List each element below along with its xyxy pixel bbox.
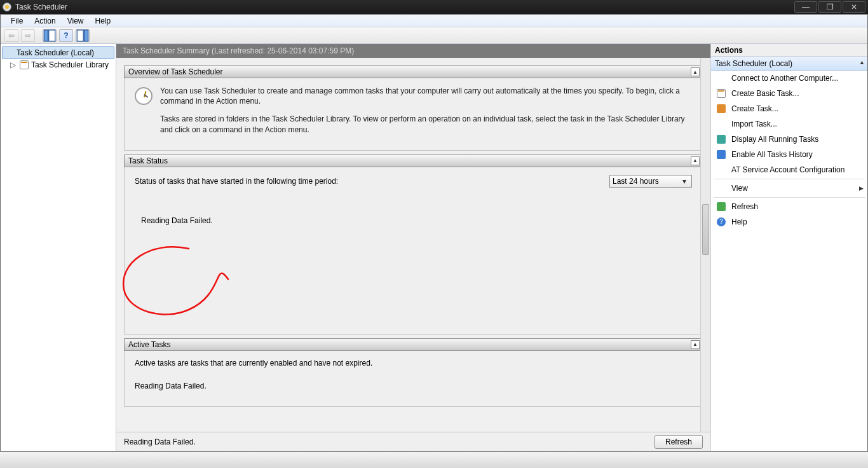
active-tasks-desc: Active tasks are tasks that are currentl… xyxy=(135,359,692,368)
tree-node-root[interactable]: Task Scheduler (Local) xyxy=(2,46,114,59)
collapse-icon[interactable]: ▲ xyxy=(691,67,700,76)
overview-p1: You can use Task Scheduler to create and… xyxy=(160,86,692,106)
action-label: View xyxy=(731,184,748,193)
svg-rect-1 xyxy=(49,30,55,41)
dropdown-value: Last 24 hours xyxy=(613,177,659,186)
view-icon xyxy=(716,183,726,193)
action-display-running[interactable]: Display All Running Tasks xyxy=(711,132,867,147)
action-create-basic-task[interactable]: Create Basic Task... xyxy=(711,86,867,101)
menu-help[interactable]: Help xyxy=(90,15,116,27)
action-view[interactable]: View ▶ xyxy=(711,181,867,196)
task-status-section: Task Status ▲ Status of tasks that have … xyxy=(124,155,703,334)
action-label: Refresh xyxy=(731,202,758,211)
app-icon xyxy=(3,3,11,11)
computer-icon xyxy=(716,73,726,83)
action-at-service-config[interactable]: AT Service Account Configuration xyxy=(711,162,867,177)
navigation-tree[interactable]: Task Scheduler (Local) ▷ Task Scheduler … xyxy=(1,44,116,451)
chevron-down-icon: ▾ xyxy=(680,177,689,186)
menu-view[interactable]: View xyxy=(62,15,89,27)
minimize-button[interactable]: — xyxy=(794,1,817,13)
action-import-task[interactable]: Import Task... xyxy=(711,116,867,132)
task-status-header[interactable]: Task Status ▲ xyxy=(124,155,703,167)
footer-status: Reading Data Failed. xyxy=(124,437,196,446)
back-button[interactable]: ⇦ xyxy=(4,29,18,42)
collapse-icon[interactable]: ▲ xyxy=(691,340,700,349)
action-label: AT Service Account Configuration xyxy=(731,165,844,174)
actions-group-header[interactable]: Task Scheduler (Local) ▲ xyxy=(711,57,867,71)
maximize-button[interactable]: ❐ xyxy=(818,1,841,13)
window-title: Task Scheduler xyxy=(15,3,793,11)
overview-p2: Tasks are stored in folders in the Task … xyxy=(160,114,692,134)
forward-button[interactable]: ⇨ xyxy=(21,29,35,42)
active-tasks-header[interactable]: Active Tasks ▲ xyxy=(124,338,703,351)
window-titlebar: Task Scheduler — ❐ ✕ xyxy=(0,0,868,14)
overview-body: You can use Task Scheduler to create and… xyxy=(124,78,703,151)
library-icon xyxy=(20,60,29,69)
svg-rect-3 xyxy=(85,30,88,41)
show-hide-tree-button[interactable] xyxy=(43,29,57,42)
task-status-body: Status of tasks that have started in the… xyxy=(124,167,703,334)
tree-library-label: Task Scheduler Library xyxy=(31,60,109,69)
svg-rect-0 xyxy=(44,30,48,41)
action-label: Enable All Tasks History xyxy=(731,150,813,159)
collapse-icon[interactable]: ▲ xyxy=(859,59,865,65)
basic-task-icon xyxy=(716,88,726,99)
menubar: File Action View Help xyxy=(1,15,867,27)
vertical-scrollbar[interactable] xyxy=(700,58,710,432)
status-result-area: Reading Data Failed. xyxy=(135,188,692,334)
scrollbar-thumb[interactable] xyxy=(702,204,709,255)
summary-header-text: Task Scheduler Summary (Last refreshed: … xyxy=(123,46,354,55)
active-tasks-error: Reading Data Failed. xyxy=(135,382,692,390)
active-tasks-title: Active Tasks xyxy=(128,340,170,349)
menu-action[interactable]: Action xyxy=(29,15,60,27)
action-create-task[interactable]: Create Task... xyxy=(711,101,867,116)
taskbar[interactable] xyxy=(0,451,868,468)
actions-pane-title: Actions xyxy=(711,44,867,57)
action-label: Create Basic Task... xyxy=(731,89,799,98)
close-button[interactable]: ✕ xyxy=(843,1,865,13)
active-tasks-body: Active tasks are tasks that are currentl… xyxy=(124,351,703,407)
overview-title: Overview of Task Scheduler xyxy=(128,67,223,76)
scheduler-icon xyxy=(5,48,14,57)
overview-header[interactable]: Overview of Task Scheduler ▲ xyxy=(124,65,703,78)
tree-node-library[interactable]: ▷ Task Scheduler Library xyxy=(2,59,114,71)
help-button[interactable]: ? xyxy=(59,29,73,42)
overview-text: You can use Task Scheduler to create and… xyxy=(160,86,692,142)
action-label: Help xyxy=(731,217,747,226)
action-connect-computer[interactable]: Connect to Another Computer... xyxy=(711,71,867,86)
expand-icon[interactable]: ▷ xyxy=(8,60,17,69)
config-icon xyxy=(716,165,726,175)
action-label: Display All Running Tasks xyxy=(731,135,818,144)
separator xyxy=(714,179,865,179)
center-body: Overview of Task Scheduler ▲ You can use… xyxy=(116,58,710,432)
action-help[interactable]: ? Help xyxy=(711,214,867,230)
running-icon xyxy=(716,134,726,144)
menu-file[interactable]: File xyxy=(6,15,28,27)
window-buttons: — ❐ ✕ xyxy=(793,1,865,13)
toolbar: ⇦ ⇨ ? xyxy=(1,27,867,44)
actions-group-label: Task Scheduler (Local) xyxy=(715,59,792,68)
action-label: Connect to Another Computer... xyxy=(731,74,838,83)
import-icon xyxy=(716,119,726,129)
action-refresh[interactable]: Refresh xyxy=(711,199,867,214)
overview-section: Overview of Task Scheduler ▲ You can use… xyxy=(124,65,703,151)
show-hide-action-pane-button[interactable] xyxy=(76,29,90,42)
chevron-right-icon: ▶ xyxy=(859,185,864,191)
action-label: Create Task... xyxy=(731,104,778,113)
tree-root-label: Task Scheduler (Local) xyxy=(17,48,94,57)
main-panes: Task Scheduler (Local) ▷ Task Scheduler … xyxy=(1,44,867,451)
help-icon: ? xyxy=(64,31,68,40)
status-error-message: Reading Data Failed. xyxy=(141,216,213,225)
task-status-title: Task Status xyxy=(128,156,168,165)
center-pane: Task Scheduler Summary (Last refreshed: … xyxy=(116,44,710,451)
summary-header: Task Scheduler Summary (Last refreshed: … xyxy=(116,44,710,58)
action-enable-history[interactable]: Enable All Tasks History xyxy=(711,147,867,162)
status-period-dropdown[interactable]: Last 24 hours ▾ xyxy=(609,175,692,188)
action-label: Import Task... xyxy=(731,120,777,128)
refresh-button[interactable]: Refresh xyxy=(654,435,703,449)
svg-rect-2 xyxy=(77,30,83,41)
task-icon xyxy=(716,104,726,114)
refresh-icon xyxy=(716,202,726,212)
collapse-icon[interactable]: ▲ xyxy=(691,156,700,165)
active-tasks-section: Active Tasks ▲ Active tasks are tasks th… xyxy=(124,338,703,407)
